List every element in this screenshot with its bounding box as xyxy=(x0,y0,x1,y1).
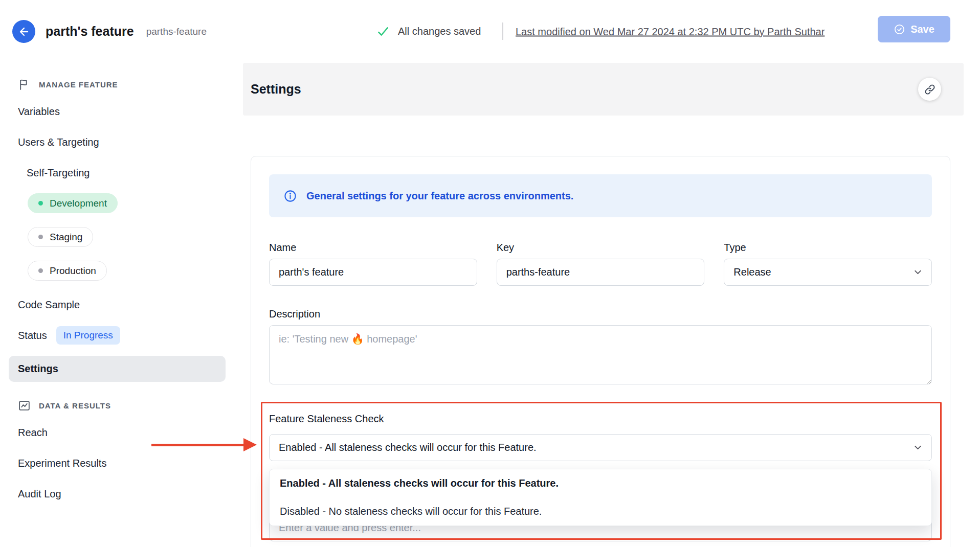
env-pill-development[interactable]: Development xyxy=(28,193,118,213)
page-title: Settings xyxy=(251,82,301,97)
feature-key-subtitle: parths-feature xyxy=(146,26,207,37)
env-development-label: Development xyxy=(50,198,107,209)
chart-icon xyxy=(18,399,31,412)
gray-dot-icon xyxy=(38,268,43,273)
sidebar-item-status[interactable]: Status In Progress xyxy=(18,325,243,346)
name-label: Name xyxy=(269,242,477,254)
green-dot-icon xyxy=(38,201,43,206)
description-label: Description xyxy=(269,308,932,320)
chevron-down-icon xyxy=(912,267,923,278)
type-field-group: Type Release xyxy=(724,242,932,286)
check-icon xyxy=(376,25,390,38)
link-icon xyxy=(924,83,936,96)
manage-feature-section-header: MANAGE FEATURE xyxy=(18,78,243,91)
arrow-left-icon xyxy=(18,26,30,38)
sidebar: MANAGE FEATURE Variables Users & Targeti… xyxy=(0,63,243,547)
sidebar-item-code-sample[interactable]: Code Sample xyxy=(18,294,243,315)
save-status: All changes saved xyxy=(376,25,481,38)
feature-title: parth's feature xyxy=(46,24,134,39)
staleness-select-value: Enabled - All staleness checks will occu… xyxy=(279,442,537,453)
staleness-label: Feature Staleness Check xyxy=(269,413,932,425)
sidebar-item-self-targeting[interactable]: Self-Targeting xyxy=(18,163,243,183)
key-field-group: Key xyxy=(497,242,705,286)
sidebar-item-audit-log[interactable]: Audit Log xyxy=(18,484,243,504)
env-pill-production[interactable]: Production xyxy=(28,261,107,281)
data-results-section-header: DATA & RESULTS xyxy=(18,399,243,412)
type-label: Type xyxy=(724,242,932,254)
staleness-dropdown: Enabled - All staleness checks will occu… xyxy=(269,469,932,526)
staleness-option-enabled[interactable]: Enabled - All staleness checks will occu… xyxy=(270,469,931,497)
key-label: Key xyxy=(497,242,705,254)
staleness-field-group: Feature Staleness Check Enabled - All st… xyxy=(269,413,932,541)
save-button-label: Save xyxy=(910,24,934,35)
copy-link-button[interactable] xyxy=(918,78,941,101)
chevron-down-icon xyxy=(912,442,923,453)
last-modified-link[interactable]: Last modified on Wed Mar 27 2024 at 2:32… xyxy=(516,26,825,37)
env-pill-staging[interactable]: Staging xyxy=(28,227,93,247)
settings-header-strip: Settings xyxy=(243,63,964,116)
circle-check-icon xyxy=(894,24,905,35)
sidebar-item-reach[interactable]: Reach xyxy=(18,422,243,443)
env-staging-label: Staging xyxy=(50,232,82,243)
description-field-group: Description xyxy=(269,308,932,386)
data-results-label: DATA & RESULTS xyxy=(39,401,111,410)
gray-dot-icon xyxy=(38,235,43,239)
info-banner: General settings for your feature across… xyxy=(269,174,932,217)
main-content: Settings General settings for your featu… xyxy=(243,63,980,547)
staleness-option-disabled[interactable]: Disabled - No staleness checks will occu… xyxy=(270,497,931,526)
top-header: parth's feature parths-feature All chang… xyxy=(0,0,980,63)
status-badge: In Progress xyxy=(56,326,120,345)
name-field-group: Name xyxy=(269,242,477,286)
saved-status-text: All changes saved xyxy=(398,26,481,37)
header-divider xyxy=(502,22,503,40)
info-banner-text: General settings for your feature across… xyxy=(306,190,573,202)
flag-icon xyxy=(18,78,31,91)
save-button[interactable]: Save xyxy=(878,16,950,42)
info-icon xyxy=(283,189,297,203)
sidebar-item-variables[interactable]: Variables xyxy=(18,101,243,122)
settings-label: Settings xyxy=(18,363,58,375)
manage-feature-label: MANAGE FEATURE xyxy=(39,80,118,89)
env-production-label: Production xyxy=(50,265,96,277)
type-select-value: Release xyxy=(733,266,771,278)
settings-card: General settings for your feature across… xyxy=(251,156,950,547)
sidebar-item-experiment-results[interactable]: Experiment Results xyxy=(18,453,243,473)
status-label: Status xyxy=(18,330,47,341)
sidebar-item-users-targeting[interactable]: Users & Targeting xyxy=(18,132,243,152)
type-select[interactable]: Release xyxy=(724,259,932,286)
name-input[interactable] xyxy=(269,259,477,286)
staleness-select[interactable]: Enabled - All staleness checks will occu… xyxy=(269,434,932,461)
back-button[interactable] xyxy=(12,20,35,43)
key-input[interactable] xyxy=(497,259,705,286)
description-textarea[interactable] xyxy=(269,325,932,384)
sidebar-item-settings[interactable]: Settings xyxy=(9,356,226,382)
